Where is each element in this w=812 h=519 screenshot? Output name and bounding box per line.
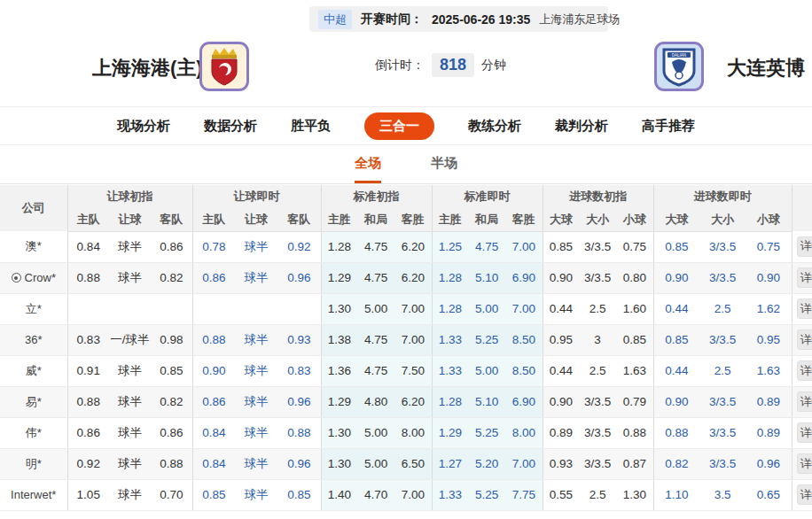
std_live-value: 7.00: [505, 448, 543, 479]
std_live-value: 5.00: [468, 355, 505, 386]
goals_initial-value: 0.75: [616, 231, 653, 262]
handicap_live-value: 0.78: [192, 231, 235, 262]
league-badge[interactable]: 中超: [318, 10, 352, 29]
goals_initial-value: 0.89: [543, 417, 579, 448]
detail-button[interactable]: 详情: [797, 391, 812, 412]
std_initial-value: 1.28: [321, 231, 357, 262]
detail-button[interactable]: 详情: [797, 360, 812, 381]
std_live-value: 5.25: [468, 479, 505, 510]
std_initial-value: 8.00: [394, 417, 432, 448]
goals_initial-value: 1.60: [616, 293, 653, 324]
detail-button[interactable]: 详情: [797, 298, 812, 319]
handicap_live-value: [235, 293, 277, 324]
std_initial-value: 5.00: [357, 293, 394, 324]
subtab-full-match[interactable]: 全场: [355, 155, 381, 183]
company-name: 澳*: [26, 239, 42, 252]
goals_live-value: 0.89: [746, 417, 792, 448]
std_live-value: 1.29: [432, 417, 468, 448]
goals_live-value: 3/3.5: [699, 231, 746, 262]
std_live-value: 7.00: [505, 293, 543, 324]
std_live-value: 1.28: [432, 262, 468, 293]
goals_live-value: 3/3.5: [699, 448, 746, 479]
goals_initial-value: 3/3.5: [579, 417, 616, 448]
detail-button[interactable]: 详情: [797, 422, 812, 443]
goals_live-value: 3.5: [699, 479, 746, 510]
subcol-header: 主队: [67, 208, 109, 231]
goals_live-value: 3/3.5: [699, 324, 746, 355]
table-row: 澳*0.84球半0.860.78球半0.921.284.756.201.254.…: [0, 231, 812, 262]
table-row: 明*0.92球半0.880.84球半0.961.305.006.501.275.…: [0, 448, 812, 479]
handicap_initial-value: 0.86: [67, 417, 109, 448]
goals_live-value: 0.90: [653, 262, 699, 293]
tab-expert-picks[interactable]: 高手推荐: [642, 118, 695, 135]
std_live-value: 5.10: [468, 386, 505, 417]
handicap_initial-value: 0.82: [151, 262, 192, 293]
goals_initial-value: 0.90: [543, 262, 579, 293]
goals_initial-value: 0.55: [543, 479, 579, 510]
std_live-value: 8.50: [505, 355, 543, 386]
std_initial-value: 7.50: [394, 355, 432, 386]
detail-button[interactable]: 详情: [797, 329, 812, 350]
std_live-value: 5.20: [468, 448, 505, 479]
goals_live-value: 0.96: [746, 448, 792, 479]
std_initial-value: 5.00: [357, 448, 394, 479]
goals_live-value: 0.90: [653, 386, 699, 417]
std_initial-value: 6.20: [394, 386, 432, 417]
detail-cell: 详情: [792, 324, 812, 355]
company-name: 立*: [26, 302, 42, 315]
company-name: Interwet*: [11, 488, 56, 501]
kickoff-label: 开赛时间：: [361, 12, 423, 27]
handicap_live-value: 球半: [235, 231, 277, 262]
handicap_live-value: 球半: [235, 448, 277, 479]
col-header-company: 公司: [0, 185, 67, 231]
tab-win-draw-lose[interactable]: 胜平负: [291, 118, 331, 135]
handicap_live-value: 0.86: [192, 386, 235, 417]
handicap_initial-value: [151, 293, 192, 324]
goals_initial-value: 0.44: [543, 355, 579, 386]
subcol-header: 大小: [699, 208, 746, 231]
detail-button[interactable]: 详情: [797, 267, 812, 288]
circle-dot-icon: [12, 273, 21, 283]
detail-button[interactable]: 详情: [797, 484, 812, 505]
std_live-value: 1.27: [432, 448, 468, 479]
table-row: 36*0.83一/球半0.980.88球半0.931.384.757.001.3…: [0, 324, 812, 355]
tab-referee-analysis[interactable]: 裁判分析: [555, 118, 608, 135]
handicap_live-value: 球半: [235, 479, 277, 510]
goals_live-value: 0.89: [746, 386, 792, 417]
std_initial-value: 7.00: [394, 293, 432, 324]
handicap_live-value: 0.92: [277, 231, 321, 262]
subcol-header: 和局: [357, 208, 394, 231]
goals_initial-value: 0.90: [543, 386, 579, 417]
countdown-unit: 分钟: [481, 58, 506, 74]
handicap_initial-value: 球半: [109, 417, 151, 448]
std_live-value: 5.10: [468, 262, 505, 293]
handicap_initial-value: 0.92: [67, 448, 109, 479]
tab-live-analysis[interactable]: 现场分析: [117, 118, 170, 135]
detail-button[interactable]: 详情: [797, 236, 812, 257]
std_live-value: 5.25: [468, 324, 505, 355]
handicap_live-value: [277, 293, 321, 324]
group-header-goals-initial: 进球数初指: [543, 185, 653, 208]
away-crest-icon: DALIAN: [660, 46, 698, 87]
std_live-value: 6.90: [505, 262, 543, 293]
tab-data-analysis[interactable]: 数据分析: [204, 118, 257, 135]
handicap_initial-value: [67, 293, 109, 324]
handicap_initial-value: 0.70: [151, 479, 192, 510]
goals_live-value: 0.95: [746, 324, 792, 355]
subcol-header: 客胜: [394, 208, 432, 231]
handicap_initial-value: 球半: [109, 479, 151, 510]
odds-table-body: 澳*0.84球半0.860.78球半0.921.284.756.201.254.…: [0, 231, 812, 510]
away-team-name: 大连英博: [727, 55, 805, 81]
handicap_live-value: 0.84: [192, 448, 235, 479]
tab-coach-analysis[interactable]: 教练分析: [468, 118, 521, 135]
subtab-half-match[interactable]: 半场: [431, 155, 457, 183]
goals_live-value: 0.85: [653, 324, 699, 355]
company-name: 易*: [26, 395, 42, 408]
goals_initial-value: 0.85: [616, 324, 653, 355]
handicap_initial-value: 0.86: [151, 231, 192, 262]
handicap_initial-value: 0.88: [151, 448, 192, 479]
detail-button[interactable]: 详情: [797, 453, 812, 474]
goals_live-value: 0.85: [653, 231, 699, 262]
goals_initial-value: 0.80: [616, 262, 653, 293]
tab-three-in-one[interactable]: 三合一: [364, 112, 434, 140]
